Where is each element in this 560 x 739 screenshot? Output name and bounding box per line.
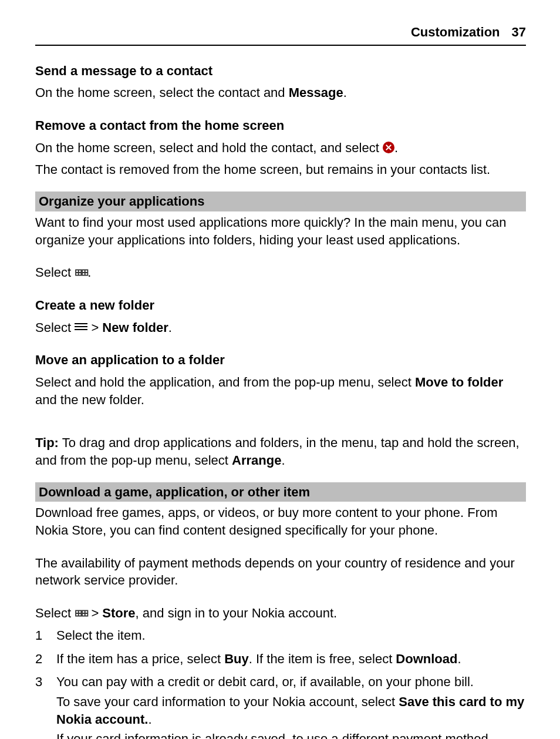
tip-text: Tip: To drag and drop applications and f… xyxy=(35,434,526,469)
text: . xyxy=(343,85,347,100)
body-text: Want to find your most used applications… xyxy=(35,214,526,248)
text: . xyxy=(281,453,285,468)
section-heading-remove-contact: Remove a contact from the home screen xyxy=(35,117,526,135)
text: > xyxy=(87,320,102,335)
inline-bold: New folder xyxy=(102,320,168,335)
manual-page: Customization 37 Send a message to a con… xyxy=(0,0,560,739)
text: Select the item. xyxy=(56,627,526,644)
body-text: Select and hold the application, and fro… xyxy=(35,374,526,408)
step-number: 2 xyxy=(35,650,56,670)
text: To save your card information to your No… xyxy=(56,693,526,728)
step-text: You can pay with a credit or debit card,… xyxy=(56,673,526,739)
text: If your card information is already save… xyxy=(56,731,492,739)
step-text: If the item has a price, select Buy. If … xyxy=(56,650,526,670)
section-heading-create-folder: Create a new folder xyxy=(35,297,526,314)
text: If your card information is already save… xyxy=(56,730,526,739)
body-text: On the home screen, select and hold the … xyxy=(35,139,526,157)
inline-bold: Download xyxy=(396,651,457,666)
step-number: 3 xyxy=(35,673,56,739)
body-text: On the home screen, select the contact a… xyxy=(35,84,526,102)
remove-icon xyxy=(383,142,394,153)
text: . xyxy=(394,140,398,155)
step-text: Select the item. xyxy=(56,627,526,647)
section-bar-organize: Organize your applications xyxy=(35,192,526,211)
body-text: Download free games, apps, or videos, or… xyxy=(35,504,526,539)
text: Select xyxy=(35,606,75,620)
section-heading-move-app: Move an application to a folder xyxy=(35,351,526,369)
page-header: Customization 37 xyxy=(35,23,526,46)
section-heading-send-message: Send a message to a contact xyxy=(35,62,526,80)
body-text: Select ⊞⊞ > Store, and sign in to your N… xyxy=(35,604,526,622)
text: You can pay with a credit or debit card,… xyxy=(56,673,526,691)
step-number: 1 xyxy=(35,627,56,647)
text: . xyxy=(457,651,461,666)
text: On the home screen, select the contact a… xyxy=(35,85,289,100)
text: Select and hold the application, and fro… xyxy=(35,375,415,389)
text: To save your card information to your No… xyxy=(56,694,399,709)
inline-bold: Store xyxy=(102,606,135,620)
options-menu-icon xyxy=(75,321,87,332)
text: If the item has a price, select Buy. If … xyxy=(56,650,526,668)
section-bar-download: Download a game, application, or other i… xyxy=(35,482,526,502)
text: . xyxy=(168,320,172,335)
text: and the new folder. xyxy=(35,392,144,407)
body-text: The availability of payment methods depe… xyxy=(35,555,526,589)
text: Select xyxy=(35,265,75,280)
text: , and sign in to your Nokia account. xyxy=(136,606,338,620)
apps-grid-icon: ⊞⊞ xyxy=(75,266,87,279)
inline-bold: Message xyxy=(289,85,343,100)
apps-grid-icon: ⊞⊞ xyxy=(75,607,87,620)
body-text: Select ⊞⊞. xyxy=(35,264,526,281)
text: If the item has a price, select xyxy=(56,651,224,666)
body-text: Select > New folder. xyxy=(35,319,526,337)
inline-bold: Move to folder xyxy=(415,375,503,389)
text: . xyxy=(148,712,151,727)
text: Select xyxy=(35,320,75,335)
text: . If the item is free, select xyxy=(249,651,396,666)
tip-label: Tip: xyxy=(35,435,59,450)
text: > xyxy=(87,606,102,620)
inline-bold: Arrange xyxy=(232,453,281,468)
page-number: 37 xyxy=(512,23,526,41)
inline-bold: Buy xyxy=(224,651,249,666)
ordered-steps: 1 Select the item. 2 If the item has a p… xyxy=(35,627,526,739)
text: On the home screen, select and hold the … xyxy=(35,140,383,155)
body-text: The contact is removed from the home scr… xyxy=(35,161,526,179)
header-title: Customization xyxy=(411,23,500,41)
text: . xyxy=(87,265,91,280)
